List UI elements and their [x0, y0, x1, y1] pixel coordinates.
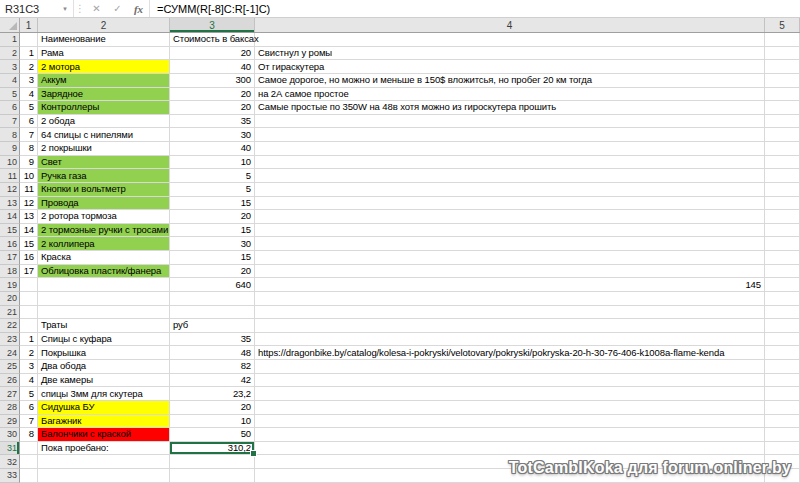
row-header-7[interactable]: 7 [0, 115, 20, 129]
cell-r11c3[interactable]: 5 [170, 169, 255, 183]
cell-r13c5[interactable] [765, 197, 800, 211]
row-header-8[interactable]: 8 [0, 128, 20, 142]
cell-r19c5[interactable] [765, 278, 800, 292]
cell-r27c3[interactable]: 23,2 [170, 387, 255, 401]
cell-r11c4[interactable] [255, 169, 765, 183]
cell-r31c3[interactable]: 310,2 [170, 442, 255, 456]
cell-r25c1[interactable]: 3 [20, 360, 38, 374]
cell-r16c5[interactable] [765, 237, 800, 251]
cell-r4c3[interactable]: 300 [170, 74, 255, 88]
cell-r14c3[interactable]: 20 [170, 210, 255, 224]
cell-r12c4[interactable] [255, 183, 765, 197]
cell-r6c2[interactable]: Контроллеры [38, 101, 170, 115]
cell-r24c4[interactable]: https://dragonbike.by/catalog/kolesa-i-p… [255, 346, 765, 360]
cell-r1c5[interactable] [765, 33, 800, 47]
cell-r20c4[interactable] [255, 292, 765, 306]
cell-r15c3[interactable]: 15 [170, 224, 255, 238]
cell-r29c4[interactable] [255, 415, 765, 429]
cell-r20c1[interactable] [20, 292, 38, 306]
row-header-2[interactable]: 2 [0, 47, 20, 61]
cell-r32c2[interactable] [38, 455, 170, 469]
cell-r13c3[interactable]: 15 [170, 197, 255, 211]
row-header-10[interactable]: 10 [0, 156, 20, 170]
row-header-24[interactable]: 24 [0, 346, 20, 360]
cell-r5c5[interactable] [765, 88, 800, 102]
cell-r3c2[interactable]: 2 мотора [38, 60, 170, 74]
row-header-17[interactable]: 17 [0, 251, 20, 265]
cell-r5c4[interactable]: на 2А самое простое [255, 88, 765, 102]
row-header-20[interactable]: 20 [0, 292, 20, 306]
cell-r18c3[interactable]: 20 [170, 265, 255, 279]
cell-r4c2[interactable]: Аккум [38, 74, 170, 88]
cell-r8c5[interactable] [765, 128, 800, 142]
select-all-corner[interactable] [0, 18, 20, 32]
cell-r21c1[interactable] [20, 306, 38, 320]
cell-r7c5[interactable] [765, 115, 800, 129]
cell-r26c2[interactable]: Две камеры [38, 374, 170, 388]
cell-r26c5[interactable] [765, 374, 800, 388]
row-header-6[interactable]: 6 [0, 101, 20, 115]
cell-r29c2[interactable]: Багажник [38, 415, 170, 429]
cell-r24c3[interactable]: 48 [170, 346, 255, 360]
cell-r15c5[interactable] [765, 224, 800, 238]
cell-r19c4[interactable]: 145 [255, 278, 765, 292]
cell-r11c2[interactable]: Ручка газа [38, 169, 170, 183]
cell-r30c5[interactable] [765, 428, 800, 442]
cell-r13c2[interactable]: Провода [38, 197, 170, 211]
cell-r7c1[interactable]: 6 [20, 115, 38, 129]
cell-r23c3[interactable]: 35 [170, 333, 255, 347]
cell-r8c1[interactable]: 7 [20, 128, 38, 142]
cell-r14c2[interactable]: 2 ротора тормоза [38, 210, 170, 224]
cell-r3c3[interactable]: 40 [170, 60, 255, 74]
cell-r7c4[interactable] [255, 115, 765, 129]
cell-r31c2[interactable]: Пока проебано: [38, 442, 170, 456]
row-header-5[interactable]: 5 [0, 88, 20, 102]
cell-r1c2[interactable]: Наименование [38, 33, 170, 47]
formula-input[interactable]: =СУММ(R[-8]C:R[-1]C) [150, 0, 800, 17]
cell-r30c1[interactable]: 8 [20, 428, 38, 442]
cell-r2c3[interactable]: 20 [170, 47, 255, 61]
row-header-32[interactable]: 32 [0, 455, 20, 469]
cell-r2c1[interactable]: 1 [20, 47, 38, 61]
cell-r2c2[interactable]: Рама [38, 47, 170, 61]
cell-r23c1[interactable]: 1 [20, 333, 38, 347]
cell-r14c1[interactable]: 13 [20, 210, 38, 224]
cell-r12c3[interactable]: 5 [170, 183, 255, 197]
cell-r1c4[interactable] [255, 33, 765, 47]
column-header-4[interactable]: 4 [255, 18, 765, 32]
cell-r28c3[interactable]: 20 [170, 401, 255, 415]
row-header-19[interactable]: 19 [0, 278, 20, 292]
cell-r21c4[interactable] [255, 306, 765, 320]
cell-r29c3[interactable]: 10 [170, 415, 255, 429]
cell-r17c3[interactable]: 15 [170, 251, 255, 265]
cell-r15c2[interactable]: 2 тормозные ручки с тросами [38, 224, 170, 238]
row-header-22[interactable]: 22 [0, 319, 20, 333]
cell-r17c2[interactable]: Краска [38, 251, 170, 265]
cell-r22c1[interactable] [20, 319, 38, 333]
cell-r7c3[interactable]: 35 [170, 115, 255, 129]
cell-r14c4[interactable] [255, 210, 765, 224]
cell-r9c1[interactable]: 8 [20, 142, 38, 156]
cell-r28c2[interactable]: Сидушка БУ [38, 401, 170, 415]
cell-r29c5[interactable] [765, 415, 800, 429]
row-header-25[interactable]: 25 [0, 360, 20, 374]
cell-r6c5[interactable] [765, 101, 800, 115]
cell-r11c5[interactable] [765, 169, 800, 183]
cell-r31c5[interactable] [765, 442, 800, 456]
cell-r10c4[interactable] [255, 156, 765, 170]
cell-r24c1[interactable]: 2 [20, 346, 38, 360]
cell-r5c2[interactable]: Зарядное [38, 88, 170, 102]
cell-r10c3[interactable]: 10 [170, 156, 255, 170]
cell-r5c3[interactable]: 20 [170, 88, 255, 102]
cell-r23c4[interactable] [255, 333, 765, 347]
cell-r27c5[interactable] [765, 387, 800, 401]
cell-r23c2[interactable]: Спицы с куфара [38, 333, 170, 347]
formula-bar-splitter-icon[interactable]: ⋮ [74, 0, 86, 17]
cell-r28c4[interactable] [255, 401, 765, 415]
insert-function-icon[interactable]: fx [128, 0, 149, 17]
column-header-1[interactable]: 1 [20, 18, 38, 32]
cell-r16c3[interactable]: 30 [170, 237, 255, 251]
cell-r22c5[interactable] [765, 319, 800, 333]
cell-r25c3[interactable]: 82 [170, 360, 255, 374]
cell-r12c1[interactable]: 11 [20, 183, 38, 197]
